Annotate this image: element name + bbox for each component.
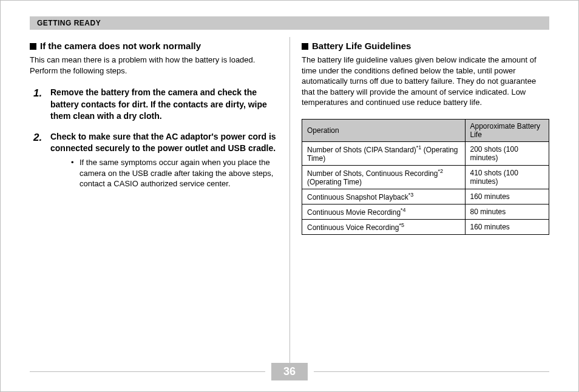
table-header-life: Apporoximate Battery Life (465, 119, 549, 141)
right-heading-text: Battery Life Guidelines (312, 41, 411, 51)
step-text: Remove the battery from the camera and c… (50, 87, 277, 123)
square-bullet-icon (30, 43, 36, 50)
step-sublist: If the same symptoms occur again when yo… (71, 157, 277, 189)
footer-rule-right (314, 371, 549, 372)
cell-life: 160 minutes (465, 189, 549, 204)
table-row: Number of Shots, Continuous Recording*2 … (302, 165, 549, 189)
table-row: Continuous Snapshot Playback*3 160 minut… (302, 189, 549, 204)
table-header-row: Operation Apporoximate Battery Life (302, 119, 549, 141)
step-text: Check to make sure that the AC adaptor's… (50, 131, 277, 155)
cell-life: 200 shots (100 minutes) (465, 141, 549, 165)
cell-life: 410 shots (100 minutes) (465, 165, 549, 189)
footer-rule-left (30, 371, 265, 372)
right-intro: The battery life guideline values given … (302, 55, 549, 108)
left-intro: This can mean there is a problem with ho… (30, 55, 277, 76)
two-column-layout: If the camera does not work normally Thi… (30, 37, 549, 376)
square-bullet-icon (302, 43, 308, 50)
table-row: Continuous Movie Recording*4 80 minutes (302, 204, 549, 219)
left-column: If the camera does not work normally Thi… (30, 37, 290, 376)
column-divider (290, 37, 290, 363)
step-sub-text: If the same symptoms occur again when yo… (80, 157, 277, 189)
table-row: Number of Shots (CIPA Standard)*1 (Opera… (302, 141, 549, 165)
cell-life: 160 minutes (465, 219, 549, 234)
table-header-operation: Operation (302, 119, 466, 141)
page-footer: 36 (1, 363, 578, 380)
steps-list: Remove the battery from the camera and c… (30, 87, 277, 189)
cell-operation: Continuous Voice Recording*5 (302, 219, 466, 234)
left-heading-text: If the camera does not work normally (40, 41, 201, 51)
section-title: GETTING READY (37, 19, 101, 27)
step-item: Remove the battery from the camera and c… (33, 87, 277, 123)
page-number: 36 (271, 363, 308, 380)
cell-operation: Continuous Snapshot Playback*3 (302, 189, 466, 204)
step-item: Check to make sure that the AC adaptor's… (33, 131, 277, 189)
battery-life-table: Operation Apporoximate Battery Life Numb… (302, 119, 549, 235)
cell-operation: Continuous Movie Recording*4 (302, 204, 466, 219)
step-sub-item: If the same symptoms occur again when yo… (71, 157, 277, 189)
section-header: GETTING READY (30, 16, 549, 30)
table-row: Continuous Voice Recording*5 160 minutes (302, 219, 549, 234)
right-heading: Battery Life Guidelines (302, 41, 549, 51)
right-column: Battery Life Guidelines The battery life… (290, 37, 549, 376)
manual-page: GETTING READY If the camera does not wor… (1, 1, 578, 391)
cell-operation: Number of Shots, Continuous Recording*2 … (302, 165, 466, 189)
left-heading: If the camera does not work normally (30, 41, 277, 51)
cell-life: 80 minutes (465, 204, 549, 219)
cell-operation: Number of Shots (CIPA Standard)*1 (Opera… (302, 141, 466, 165)
